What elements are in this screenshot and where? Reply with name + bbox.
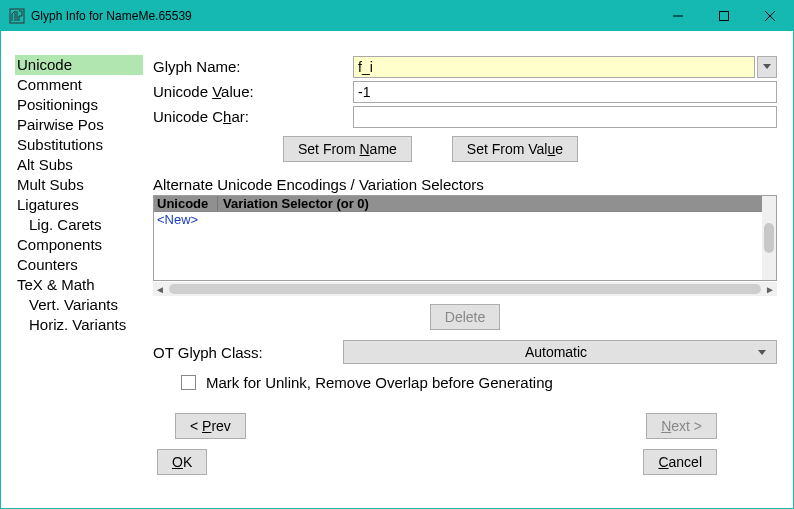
set-from-name-button[interactable]: Set From Name (283, 136, 412, 162)
sidebar-item-mult-subs[interactable]: Mult Subs (15, 175, 143, 195)
cancel-button[interactable]: Cancel (643, 449, 717, 475)
window-title: Glyph Info for NameMe.65539 (31, 9, 655, 23)
main-panel: Glyph Name: Unicode Value: Unicode Char:… (153, 55, 777, 502)
close-button[interactable] (747, 1, 793, 31)
chevron-down-icon (758, 350, 766, 355)
vertical-scrollbar[interactable] (762, 196, 776, 280)
scroll-right-icon[interactable]: ► (763, 282, 777, 296)
ot-glyph-class-select[interactable]: Automatic (343, 340, 777, 364)
sidebar-item-ligatures[interactable]: Ligatures (15, 195, 143, 215)
sidebar-item-unicode[interactable]: Unicode (15, 55, 143, 75)
sidebar-item-pairwise-pos[interactable]: Pairwise Pos (15, 115, 143, 135)
minimize-button[interactable] (655, 1, 701, 31)
delete-button[interactable]: Delete (430, 304, 500, 330)
horizontal-scrollbar[interactable]: ◄ ► (153, 282, 777, 296)
mark-unlink-label: Mark for Unlink, Remove Overlap before G… (206, 374, 553, 391)
table-row-new[interactable]: <New> (154, 212, 762, 227)
sidebar-item-horiz-variants[interactable]: Horiz. Variants (15, 315, 143, 335)
unicode-value-label: Unicode Value: (153, 83, 353, 100)
glyph-name-dropdown-button[interactable] (757, 56, 777, 78)
svg-rect-2 (720, 12, 729, 21)
col-variation-selector[interactable]: Variation Selector (or 0) (218, 196, 762, 211)
titlebar: Glyph Info for NameMe.65539 (1, 1, 793, 31)
table-header: Unicode Variation Selector (or 0) (154, 196, 762, 212)
chevron-down-icon (763, 64, 771, 69)
glyph-name-label: Glyph Name: (153, 58, 353, 75)
sidebar-item-counters[interactable]: Counters (15, 255, 143, 275)
sidebar-item-positionings[interactable]: Positionings (15, 95, 143, 115)
sidebar-item-tex-math[interactable]: TeX & Math (15, 275, 143, 295)
sidebar-item-vert-variants[interactable]: Vert. Variants (15, 295, 143, 315)
prev-button[interactable]: < Prev (175, 413, 246, 439)
unicode-char-input[interactable] (353, 106, 777, 128)
ot-glyph-class-label: OT Glyph Class: (153, 344, 343, 361)
unicode-char-label: Unicode Char: (153, 108, 353, 125)
sidebar-item-components[interactable]: Components (15, 235, 143, 255)
app-icon (9, 8, 25, 24)
col-unicode[interactable]: Unicode (154, 196, 218, 211)
scroll-left-icon[interactable]: ◄ (153, 282, 167, 296)
unicode-value-input[interactable] (353, 81, 777, 103)
sidebar: Unicode Comment Positionings Pairwise Po… (15, 55, 143, 502)
sidebar-item-lig-carets[interactable]: Lig. Carets (15, 215, 143, 235)
sidebar-item-substitutions[interactable]: Substitutions (15, 135, 143, 155)
glyph-name-input[interactable] (353, 56, 755, 78)
alt-encodings-label: Alternate Unicode Encodings / Variation … (153, 176, 777, 193)
ok-button[interactable]: OK (157, 449, 207, 475)
sidebar-item-alt-subs[interactable]: Alt Subs (15, 155, 143, 175)
maximize-button[interactable] (701, 1, 747, 31)
alt-encodings-table: Unicode Variation Selector (or 0) <New> (153, 195, 777, 281)
sidebar-item-comment[interactable]: Comment (15, 75, 143, 95)
next-button[interactable]: Next > (646, 413, 717, 439)
set-from-value-button[interactable]: Set From Value (452, 136, 578, 162)
mark-unlink-checkbox[interactable] (181, 375, 196, 390)
